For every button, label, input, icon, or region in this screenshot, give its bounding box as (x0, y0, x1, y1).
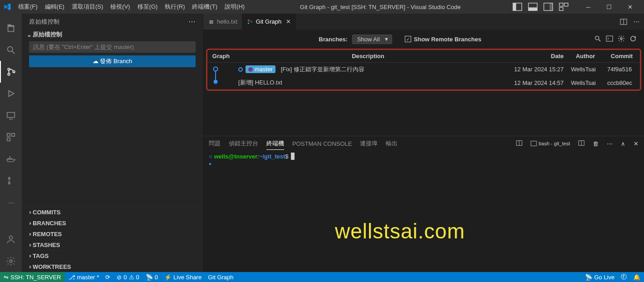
svg-line-10 (12, 51, 15, 54)
activity-settings[interactable] (0, 250, 22, 272)
commit-desc-cell: master [Fix] 修正錯字並新增第二行內容 (235, 63, 501, 76)
status-liveshare[interactable]: ⚡ Live Share (164, 274, 202, 281)
status-branch[interactable]: ⎇ master* (69, 274, 99, 281)
panel-tab-ports[interactable]: 連接埠 (360, 138, 378, 149)
publish-branch-button[interactable]: ☁ 發佈 Branch (29, 55, 196, 67)
layout-primary-icon[interactable] (512, 2, 522, 12)
bell-icon: 🔔 (633, 274, 640, 281)
menu-terminal[interactable]: 終端機(T) (188, 3, 221, 11)
sidebar-more-icon[interactable]: ⋯ (188, 17, 196, 26)
svg-point-37 (620, 38, 622, 40)
activity-more[interactable]: ⋯ (0, 192, 22, 213)
menu-go[interactable]: 移至(G) (134, 3, 162, 11)
status-golive[interactable]: 📡 Go Live (585, 274, 615, 281)
commit-date: 12 Mar 2024 15:27 (501, 63, 567, 76)
show-remote-checkbox[interactable]: ✓ Show Remote Branches (405, 36, 482, 43)
layout-bottom-icon[interactable] (528, 2, 538, 12)
status-bar: ⇋ SSH: TN_SERVER ⎇ master* ⟳ ⊘0 ⚠0 📡0 ⚡ … (0, 272, 644, 282)
branch-badge[interactable]: master (246, 65, 275, 73)
tab-hello-label: hello.txt (217, 18, 237, 25)
svg-rect-36 (606, 36, 613, 41)
activity-search[interactable] (0, 39, 22, 61)
sidebar-title: 原始檔控制 (29, 18, 188, 26)
commit-author: WellsTsai (567, 63, 604, 76)
show-remote-label: Show Remote Branches (414, 36, 482, 43)
scm-provider-label: 原始檔控制 (33, 30, 62, 39)
branches-select[interactable]: Show All ▼ (352, 35, 392, 44)
activity-account[interactable] (0, 228, 22, 250)
chevron-down-icon: ⌄ (25, 31, 33, 38)
window-close[interactable]: ✕ (619, 4, 640, 10)
gg-search-icon[interactable] (594, 35, 601, 44)
section-worktrees[interactable]: ⌄WORKTREES (22, 261, 203, 272)
layout-secondary-icon[interactable] (543, 2, 553, 12)
status-prettier[interactable]: Ⓕ (621, 273, 627, 281)
commit-row[interactable]: master [Fix] 修正錯字並新增第二行內容 12 Mar 2024 15… (207, 63, 640, 76)
panel-tab-problems[interactable]: 問題 (209, 138, 221, 149)
status-notifications[interactable]: 🔔 (633, 274, 640, 281)
status-sync[interactable]: ⟳ (105, 274, 110, 281)
panel-more-icon[interactable]: ⋯ (607, 140, 613, 147)
terminal-kill-icon[interactable]: 🗑 (593, 140, 599, 147)
activity-explorer[interactable] (0, 17, 22, 39)
close-icon[interactable]: ✕ (286, 18, 291, 25)
commit-date: 12 Mar 2024 14:57 (501, 76, 567, 89)
menu-edit[interactable]: 編輯(E) (41, 3, 68, 11)
menu-help[interactable]: 說明(H) (221, 3, 248, 11)
section-stashes[interactable]: ⌄STASHES (22, 239, 203, 250)
window-maximize[interactable]: ☐ (599, 4, 619, 10)
scm-provider-section[interactable]: ⌄ 原始檔控制 (22, 30, 203, 40)
menu-run[interactable]: 執行(R) (161, 3, 188, 11)
tab-gitgraph[interactable]: Git Graph ✕ (242, 14, 296, 30)
svg-point-25 (9, 183, 10, 184)
vscode-logo-icon (4, 3, 11, 10)
gg-terminal-icon[interactable] (606, 35, 613, 44)
menu-file[interactable]: 檔案(F) (15, 3, 41, 11)
terminal-new-split-icon[interactable] (578, 140, 585, 148)
section-tags[interactable]: ⌄TAGS (22, 250, 203, 261)
panel-close-icon[interactable]: ✕ (634, 140, 639, 147)
window-minimize[interactable]: ─ (578, 4, 599, 10)
activity-extensions[interactable] (0, 126, 22, 148)
commit-row[interactable]: [新增] HELLO.txt 12 Mar 2024 14:57 WellsTs… (207, 76, 640, 89)
watermark-text: wellstsai.com (335, 219, 465, 243)
tab-hello[interactable]: ≣ hello.txt (203, 14, 242, 30)
svg-rect-17 (7, 134, 10, 136)
section-remotes[interactable]: ⌄REMOTES (22, 228, 203, 239)
section-branches[interactable]: ⌄BRANCHES (22, 218, 203, 228)
gitgraph-table: Graph Description Date Author Commit (207, 50, 640, 89)
menu-selection[interactable]: 選取項目(S) (68, 3, 107, 11)
status-problems[interactable]: ⊘0 ⚠0 (117, 274, 139, 281)
panel-tab-output[interactable]: 輸出 (386, 138, 398, 149)
gg-settings-icon[interactable] (618, 35, 625, 44)
section-commits[interactable]: ⌄COMMITS (22, 207, 203, 218)
svg-rect-18 (12, 134, 15, 136)
terminal-body[interactable]: ○ wells@tnserver:~/git_test$ ● wellstsai… (203, 151, 644, 272)
activity-docker[interactable] (0, 148, 22, 170)
layout-customize-icon[interactable] (559, 2, 569, 12)
editor-tab-actions: ⋯ (620, 14, 644, 30)
panel-maximize-icon[interactable]: ∧ (621, 140, 625, 147)
status-gitgraph[interactable]: Git Graph (208, 274, 233, 281)
terminal-split-icon[interactable] (516, 140, 522, 148)
status-ports[interactable]: 📡0 (146, 274, 158, 281)
status-remote[interactable]: ⇋ SSH: TN_SERVER (0, 272, 65, 282)
panel-tab-debug[interactable]: 偵錯主控台 (229, 138, 258, 149)
activity-remote-explorer[interactable] (0, 104, 22, 126)
editor-more-icon[interactable]: ⋯ (634, 18, 639, 25)
split-editor-icon[interactable] (620, 18, 627, 25)
activity-debug[interactable] (0, 83, 22, 104)
menu-view[interactable]: 檢視(V) (107, 3, 133, 11)
activity-scm[interactable] (0, 61, 22, 83)
terminal-shell-label[interactable]: bash - git_test (531, 140, 570, 147)
gg-refresh-icon[interactable] (629, 35, 637, 44)
panel-tab-terminal[interactable]: 終端機 (266, 138, 284, 150)
svg-rect-43 (531, 141, 536, 146)
svg-point-13 (13, 71, 15, 73)
tab-gitgraph-label: Git Graph (256, 18, 281, 25)
commit-author: WellsTsai (567, 76, 604, 89)
panel-tab-postman[interactable]: POSTMAN CONSOLE (292, 139, 352, 149)
commit-message-input[interactable] (29, 41, 196, 53)
chevron-down-icon: ▼ (384, 36, 389, 42)
activity-gitlens[interactable] (0, 170, 22, 192)
